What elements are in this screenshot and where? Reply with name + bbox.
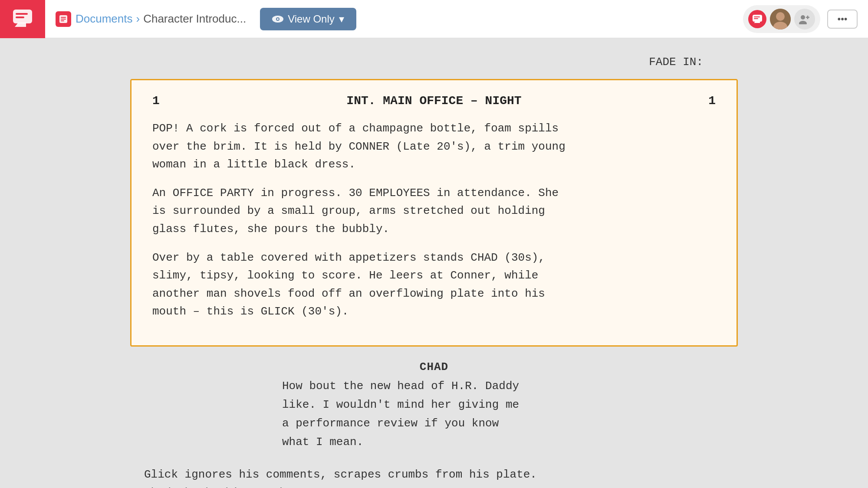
header: Documents › Character Introduc... View O…	[0, 0, 868, 38]
svg-rect-13	[754, 16, 760, 17]
svg-rect-6	[61, 17, 66, 18]
header-right: •••	[743, 5, 858, 33]
action-paragraph-2: An OFFICE PARTY in progress. 30 EMPLOYEE…	[152, 184, 716, 239]
svg-point-11	[277, 18, 279, 20]
scene-number-left: 1	[152, 94, 160, 108]
doc-icon	[56, 11, 71, 27]
script-page: FADE IN: 1 INT. MAIN OFFICE – NIGHT 1 PO…	[130, 56, 738, 471]
breadcrumb-current-page: Character Introduc...	[143, 12, 246, 26]
scene-card: 1 INT. MAIN OFFICE – NIGHT 1 POP! A cork…	[130, 79, 738, 347]
app-logo-icon	[10, 6, 36, 32]
svg-point-19	[801, 15, 805, 20]
collaborator-avatars	[743, 5, 820, 33]
add-user-icon[interactable]	[794, 9, 815, 29]
action-paragraph-4: Glick ignores his comments, scrapes crum…	[130, 465, 738, 488]
svg-rect-14	[754, 18, 758, 19]
svg-rect-3	[16, 16, 24, 18]
character-name-1: CHAD	[130, 360, 738, 373]
more-options-button[interactable]: •••	[827, 10, 858, 29]
view-only-button[interactable]: View Only ▾	[260, 8, 356, 30]
svg-rect-7	[61, 19, 66, 20]
svg-point-17	[776, 12, 785, 21]
breadcrumb: Documents › Character Introduc...	[56, 11, 246, 27]
main-content: FADE IN: 1 INT. MAIN OFFICE – NIGHT 1 PO…	[0, 38, 868, 488]
fade-in-text: FADE IN:	[130, 56, 738, 69]
dialogue-1: How bout the new head of H.R. Daddy like…	[282, 377, 586, 452]
svg-rect-2	[16, 13, 28, 15]
avatar-chat-icon	[748, 10, 766, 28]
action-paragraph-1: POP! A cork is forced out of a champagne…	[152, 120, 716, 174]
eye-icon	[272, 15, 283, 23]
user-avatar-photo	[770, 9, 791, 29]
breadcrumb-text: Documents › Character Introduc...	[76, 12, 246, 26]
svg-rect-8	[61, 20, 64, 21]
svg-point-20	[799, 21, 807, 24]
logo-block	[0, 0, 45, 38]
scene-heading: 1 INT. MAIN OFFICE – NIGHT 1	[152, 94, 716, 108]
action-paragraph-3: Over by a table covered with appetizers …	[152, 249, 716, 321]
view-only-label: View Only	[288, 13, 335, 25]
dropdown-chevron-icon: ▾	[339, 13, 344, 25]
scene-number-right: 1	[708, 94, 716, 108]
breadcrumb-documents-link[interactable]: Documents	[76, 12, 133, 26]
breadcrumb-chevron: ›	[136, 12, 140, 26]
scene-heading-text: INT. MAIN OFFICE – NIGHT	[346, 94, 521, 108]
